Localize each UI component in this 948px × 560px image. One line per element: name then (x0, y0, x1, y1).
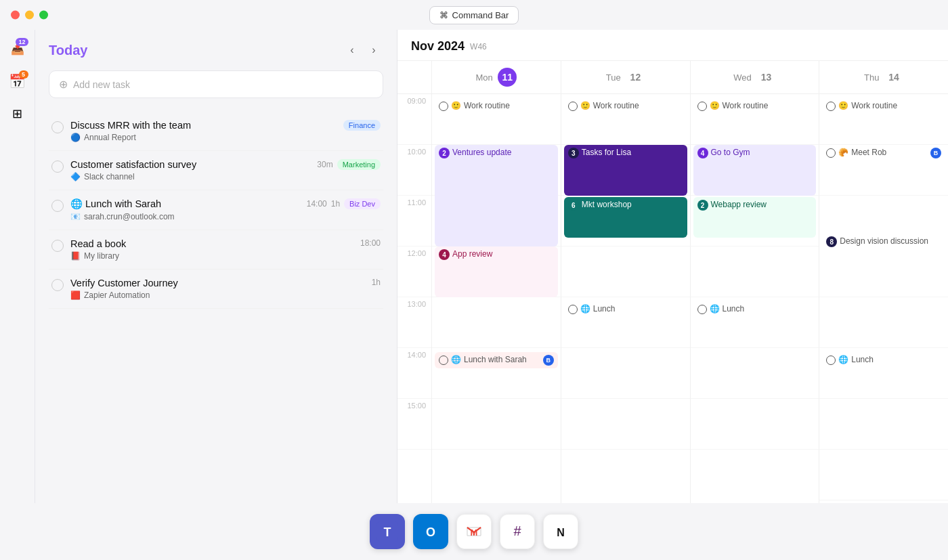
event-checkbox[interactable] (826, 356, 836, 365)
event-label: Mkt workshop (582, 200, 632, 209)
dock-slack-icon[interactable]: # (500, 514, 535, 549)
food-icon: 🌐 (710, 304, 720, 314)
cell-thu-09[interactable]: 🙂 Work routine (819, 94, 948, 145)
cell-tue-09[interactable]: 🙂 Work routine (561, 94, 690, 145)
task-title: Customer satisfaction survey (70, 159, 310, 170)
task-meta: 14:00 1h Biz Dev (307, 198, 381, 209)
event-meet-rob[interactable]: 🥐 Meet Rob B (822, 145, 945, 161)
event-checkbox[interactable] (826, 102, 836, 111)
slack-icon: 🔷 (70, 172, 81, 181)
cell-tue-10[interactable]: 3 Tasks for Lisa (561, 145, 690, 196)
task-checkbox[interactable] (51, 279, 64, 291)
task-checkbox[interactable] (51, 121, 64, 133)
grid-icon: ⊞ (12, 106, 22, 121)
time-15: 15:00 (397, 399, 431, 450)
cell-wed-11[interactable]: 2 Webapp review (691, 196, 819, 246)
outlook-icon: 📧 (70, 212, 81, 221)
dock-gmail-icon[interactable]: M (456, 514, 492, 549)
task-sub: 🟥 Zapier Automation (70, 290, 365, 300)
event-num: 2 (697, 200, 708, 211)
cell-thu-13[interactable]: 🌐 Lunch (819, 348, 948, 399)
event-work-routine-mon[interactable]: 🙂 Work routine (435, 98, 558, 114)
event-design-vision[interactable]: 8 Design vision discussion (822, 234, 945, 322)
task-item[interactable]: Discuss MRR with the team 🔵 Annual Repor… (49, 112, 383, 151)
event-mkt-workshop[interactable]: 6 Mkt workshop (564, 197, 687, 238)
sidebar-calendar[interactable]: 📅 5 (5, 69, 30, 93)
event-checkbox[interactable] (697, 102, 707, 111)
cell-mon-09[interactable]: 🙂 Work routine (432, 94, 561, 145)
cell-thu-11[interactable]: 8 Design vision discussion (819, 196, 948, 297)
task-checkbox[interactable] (51, 240, 64, 252)
task-duration: 30m (317, 160, 332, 169)
event-go-to-gym[interactable]: 4 Go to Gym (693, 145, 817, 196)
dock-notion-icon[interactable]: N (543, 514, 578, 549)
assignee-b: B (543, 355, 554, 366)
prev-arrow[interactable]: ‹ (343, 41, 362, 60)
dock-outlook-icon[interactable]: O (413, 514, 448, 549)
event-label: Lunch (851, 355, 874, 364)
event-lunch-tue[interactable]: 🌐 Lunch (564, 301, 687, 317)
event-app-review[interactable]: 4 App review (435, 246, 558, 297)
calendar-panel: Nov 2024 W46 Mon 11 Tue 12 Wed 13 Thu 14… (397, 30, 948, 503)
cell-mon-15 (432, 399, 561, 450)
add-task-input[interactable]: ⊕ Add new task (49, 70, 383, 98)
task-checkbox[interactable] (51, 200, 64, 212)
week-badge: W46 (470, 42, 487, 51)
task-content: Read a book 📕 My library (70, 238, 353, 261)
sidebar-inbox[interactable]: 📥 12 (5, 37, 30, 61)
cell-wed-13[interactable]: 🌐 Lunch (691, 297, 819, 348)
sidebar-grid[interactable]: ⊞ (5, 102, 30, 126)
dock-teams-icon[interactable]: T (370, 514, 405, 549)
event-checkbox[interactable] (568, 305, 578, 314)
minimize-button[interactable] (25, 11, 34, 20)
task-item[interactable]: 🌐 Lunch with Sarah 📧 sarah.crun@outlook.… (49, 190, 383, 230)
cell-thu-14 (819, 399, 948, 450)
task-duration: 1h (372, 278, 381, 287)
event-ventures-update[interactable]: 2 Ventures update (435, 145, 558, 246)
cell-mon-12[interactable]: 4 App review (432, 246, 561, 297)
event-work-routine-thu[interactable]: 🙂 Work routine (822, 98, 945, 114)
cell-wed-10[interactable]: 4 Go to Gym (691, 145, 819, 196)
fullscreen-button[interactable] (39, 11, 48, 20)
task-title: Discuss MRR with the team (70, 120, 337, 131)
task-checkbox[interactable] (51, 160, 64, 173)
task-content: 🌐 Lunch with Sarah 📧 sarah.crun@outlook.… (70, 198, 300, 221)
day-num-13: 13 (756, 68, 775, 87)
time-11: 11:00 (397, 196, 431, 246)
cell-mon-10[interactable]: 2 Ventures update (432, 145, 561, 196)
event-lunch-sarah[interactable]: 🌐 Lunch with Sarah B (435, 352, 558, 368)
event-checkbox[interactable] (826, 148, 836, 158)
event-label: Lunch (593, 304, 616, 314)
day-col-thu: 🙂 Work routine 🥐 Meet Rob B 8 Des (819, 94, 948, 503)
event-work-routine-tue[interactable]: 🙂 Work routine (564, 98, 687, 114)
event-checkbox[interactable] (568, 102, 578, 111)
cell-thu-10[interactable]: 🥐 Meet Rob B (819, 145, 948, 196)
event-checkbox[interactable] (439, 102, 448, 111)
cell-tue-11[interactable]: 6 Mkt workshop (561, 196, 690, 246)
event-label: Tasks for Lisa (582, 148, 631, 157)
task-sub: 📧 sarah.crun@outlook.com (70, 212, 300, 221)
event-lunch-wed[interactable]: 🌐 Lunch (693, 301, 817, 317)
calendar-header: Nov 2024 W46 (397, 30, 948, 61)
cell-tue-13[interactable]: 🌐 Lunch (561, 297, 690, 348)
task-item[interactable]: Customer satisfaction survey 🔷 Slack cha… (49, 151, 383, 190)
task-item[interactable]: Verify Customer Journey 🟥 Zapier Automat… (49, 270, 383, 309)
event-work-routine-wed[interactable]: 🙂 Work routine (693, 98, 817, 114)
inbox-badge: 12 (16, 38, 28, 46)
command-bar-button[interactable]: ⌘ Command Bar (429, 6, 519, 24)
day-col-wed: 🙂 Work routine 4 Go to Gym 2 Webapp revi… (690, 94, 819, 503)
task-tag: Marketing (337, 159, 381, 170)
event-num: 2 (439, 148, 450, 158)
task-item[interactable]: Read a book 📕 My library 18:00 (49, 230, 383, 270)
task-panel: Today ‹ › ⊕ Add new task Discuss MRR wit… (35, 30, 397, 503)
event-tasks-lisa[interactable]: 3 Tasks for Lisa (564, 145, 687, 196)
cell-mon-14[interactable]: 🌐 Lunch with Sarah B (432, 348, 561, 399)
event-checkbox[interactable] (439, 356, 448, 365)
day-num-14: 14 (884, 68, 903, 87)
cell-wed-09[interactable]: 🙂 Work routine (691, 94, 819, 145)
event-webapp-review[interactable]: 2 Webapp review (693, 197, 817, 238)
next-arrow[interactable]: › (364, 41, 383, 60)
close-button[interactable] (11, 11, 20, 20)
event-lunch-thu[interactable]: 🌐 Lunch (822, 352, 945, 368)
event-checkbox[interactable] (697, 305, 707, 314)
